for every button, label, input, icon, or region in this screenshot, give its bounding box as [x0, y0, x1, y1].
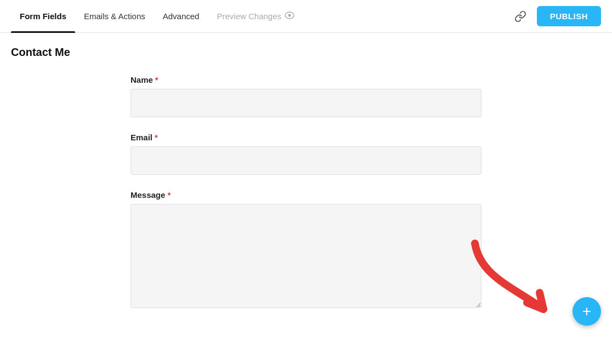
name-required-star: * [155, 75, 158, 84]
field-group-message: Message * [131, 190, 481, 310]
top-navigation: Form Fields Emails & Actions Advanced Pr… [0, 0, 612, 33]
add-fab-button[interactable]: + [573, 297, 601, 326]
field-group-email: Email * [131, 133, 481, 175]
name-label: Name * [131, 75, 481, 84]
tab-form-fields[interactable]: Form Fields [11, 0, 75, 33]
name-input[interactable] [131, 89, 481, 117]
message-label: Message * [131, 190, 481, 200]
message-required-star: * [167, 190, 171, 200]
email-label: Email * [131, 133, 481, 142]
tab-emails-actions[interactable]: Emails & Actions [75, 0, 154, 33]
form-container: Name * Email * Message * [131, 75, 481, 310]
eye-icon [285, 12, 294, 21]
tab-preview-changes[interactable]: Preview Changes [208, 0, 303, 33]
email-input[interactable] [131, 146, 481, 175]
field-group-name: Name * [131, 75, 481, 117]
page-content: Contact Me Name * Email * Message * [0, 33, 612, 337]
svg-point-1 [288, 14, 291, 17]
tab-advanced[interactable]: Advanced [154, 0, 208, 33]
page-title: Contact Me [11, 46, 601, 59]
message-textarea[interactable] [131, 204, 481, 308]
email-required-star: * [155, 133, 158, 142]
copy-link-button[interactable] [509, 5, 531, 27]
publish-button[interactable]: PUBLISH [537, 6, 601, 26]
